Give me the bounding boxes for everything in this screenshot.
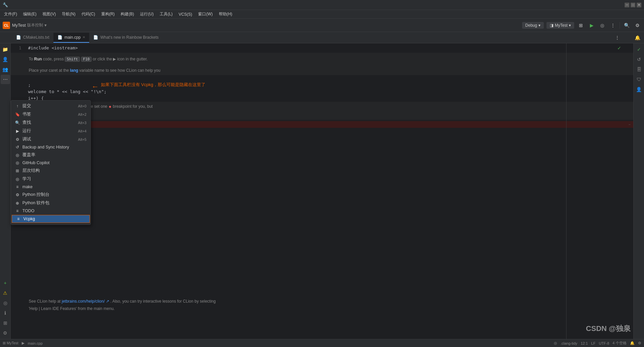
status-notification-icon[interactable]: 🔔	[630, 341, 635, 345]
close-button[interactable]: ✕	[637, 3, 641, 7]
menu-python-console[interactable]: ⚙ Python 控制台	[11, 191, 91, 199]
make-icon: ≡	[15, 185, 20, 189]
debug-config-button[interactable]: Debug ▾	[522, 22, 544, 29]
more-options-button[interactable]: ⋮	[609, 21, 617, 29]
menu-todo[interactable]: ≡ TODO	[11, 207, 91, 215]
sidebar-warning-button[interactable]: ⚠	[1, 288, 10, 298]
vcs-dropdown-icon[interactable]: ▾	[44, 23, 47, 28]
status-clang-tidy[interactable]: .clang-tidy	[560, 341, 577, 345]
status-breadcrumb-file[interactable]: main.cpp	[28, 341, 43, 345]
bookmarks-shortcut: Alt+2	[78, 112, 87, 116]
menu-window[interactable]: 窗口(W)	[195, 11, 215, 18]
clion-help-panel: See CLion help at jetbrains.com/help/cli…	[29, 298, 216, 312]
menu-help[interactable]: 帮助(H)	[216, 11, 235, 18]
menu-run[interactable]: 运行(U)	[137, 11, 156, 18]
search-everywhere-button[interactable]: 🔍	[623, 21, 631, 29]
status-lint-icon: ◎	[554, 341, 557, 345]
menu-learn[interactable]: ◎ 学习	[11, 175, 91, 183]
vcs-label: 版本控制	[27, 22, 43, 28]
sidebar-settings-button[interactable]: ⚙	[1, 328, 10, 338]
menu-vcpkg[interactable]: ≡ Vcpkg	[12, 215, 90, 223]
run-button[interactable]: ▶	[588, 21, 596, 29]
run-config-icon: ◨	[550, 23, 553, 28]
backup-sync-icon: ↺	[15, 145, 20, 149]
right-sync-button[interactable]: ↺	[634, 55, 644, 64]
rainbow-tab-label: What's new in Rainbow Brackets	[100, 35, 158, 40]
menu-make[interactable]: ≡ make	[11, 183, 91, 191]
menu-bar: 文件(F) 编辑(E) 视图(V) 导航(N) 代码(C) 重构(R) 构建(B…	[0, 10, 644, 19]
sidebar-add-button[interactable]: +	[1, 278, 10, 288]
tab-cmake[interactable]: 📄 CMakeLists.txt	[12, 33, 53, 43]
menu-refactor[interactable]: 重构(R)	[99, 11, 118, 18]
coverage-button[interactable]: ◎	[598, 21, 606, 29]
project-selector[interactable]: MyTest 版本控制 ▾	[12, 22, 47, 28]
menu-build[interactable]: 构建(B)	[118, 11, 137, 18]
tab-bar: 📄 CMakeLists.txt 📄 main.cpp ✕ 📄 What's n…	[0, 32, 644, 43]
sidebar-folder-button[interactable]: 📁	[1, 45, 10, 54]
sidebar-more-button[interactable]: ⋯	[1, 75, 10, 84]
sidebar-target-button[interactable]: ◎	[1, 298, 10, 308]
status-project-path[interactable]: ⊞ MyTest	[3, 341, 18, 345]
cmake-reload-button[interactable]: ⊞	[577, 21, 585, 29]
sidebar-group-button[interactable]: 👥	[1, 65, 10, 74]
menu-debug-item[interactable]: ⚙ 调试 Alt+5	[11, 135, 91, 143]
clion-help-link[interactable]: jetbrains.com/help/clion/ ↗	[62, 299, 109, 304]
annotation-arrow: ←	[92, 82, 99, 91]
run-item-shortcut: Alt+4	[78, 129, 87, 133]
sidebar-terminal-button[interactable]: ⊞	[1, 318, 10, 328]
status-line-sep[interactable]: LF	[591, 341, 596, 345]
editor-area[interactable]: ← 如果下面工具栏没有 Vcpkg，那么可能是隐藏在这里了 1 #include…	[11, 43, 633, 339]
run-config-button[interactable]: ◨ MyTest ▾	[546, 22, 574, 29]
status-indent[interactable]: 4 个空格	[613, 341, 627, 346]
lang-highlight: lang	[70, 68, 78, 73]
menu-github-copilot[interactable]: ◎ GitHub Copilot	[11, 159, 91, 166]
menu-python-packages[interactable]: ⊕ Python 软件包	[11, 199, 91, 207]
menu-coverage[interactable]: ◎ 覆盖率	[11, 151, 91, 159]
tab-rainbow[interactable]: 📄 What's new in Rainbow Brackets	[89, 33, 162, 43]
right-db-button[interactable]: 🗄	[634, 65, 644, 74]
todo-label: TODO	[22, 209, 34, 213]
tab-more-button[interactable]: ⋮	[613, 34, 621, 42]
settings-button[interactable]: ⚙	[633, 21, 641, 29]
hierarchy-label: 层次结构	[22, 168, 40, 174]
menu-view[interactable]: 视图(V)	[40, 11, 58, 18]
sidebar-user-button[interactable]: 👤	[1, 55, 10, 64]
status-bar: ⊞ MyTest ▶ main.cpp ◎ .clang-tidy 12:1 L…	[0, 339, 644, 347]
menu-commit[interactable]: ↑ 提交 Alt+0	[11, 102, 91, 110]
right-user-button[interactable]: 👤	[634, 85, 644, 94]
right-shield-button[interactable]: 🛡	[634, 75, 644, 84]
menu-backup-sync[interactable]: ↺ Backup and Sync History	[11, 143, 91, 151]
run-hint-or-text: or click the ▶ icon in the gutter.	[93, 57, 148, 61]
status-extra-icon[interactable]: ⚙	[638, 341, 641, 345]
title-bar-controls[interactable]: ─ □ ✕	[625, 3, 641, 7]
menu-hierarchy[interactable]: ⊞ 层次结构	[11, 166, 91, 175]
menu-vcs[interactable]: VCS(S)	[176, 11, 195, 17]
find-shortcut: Alt+3	[78, 121, 87, 125]
sidebar-info-button[interactable]: ℹ	[1, 308, 10, 318]
menu-bookmarks[interactable]: 🔖 书签 Alt+2	[11, 110, 91, 118]
menu-file[interactable]: 文件(F)	[1, 11, 20, 18]
status-encoding[interactable]: UTF-8	[599, 341, 609, 345]
right-check-button[interactable]: ✓	[634, 45, 644, 54]
tab-main-cpp[interactable]: 📄 main.cpp ✕	[53, 33, 90, 43]
todo-icon: ≡	[15, 209, 20, 213]
find-icon: 🔍	[15, 120, 20, 125]
caret-hint-text: Place your caret at the	[29, 68, 70, 73]
notifications-button[interactable]: 🔔	[633, 34, 641, 42]
caret-hint-text2: variable name to see how CLion can help …	[79, 68, 160, 73]
debug-item-shortcut: Alt+5	[78, 137, 87, 141]
menu-run-item[interactable]: ▶ 运行 Alt+4	[11, 127, 91, 135]
menu-find[interactable]: 🔍 查找 Alt+3	[11, 118, 91, 127]
menu-edit[interactable]: 编辑(E)	[20, 11, 39, 18]
left-sidebar: 📁 👤 👥 ⋯ + ⚠ ◎ ℹ ⊞ ⚙	[0, 43, 11, 339]
menu-code[interactable]: 代码(C)	[79, 11, 98, 18]
menu-navigate[interactable]: 导航(N)	[59, 11, 78, 18]
minimize-button[interactable]: ─	[625, 3, 629, 7]
code-line-10: i++) {	[11, 95, 633, 102]
menu-tools[interactable]: 工具(L)	[157, 11, 175, 18]
maximize-button[interactable]: □	[631, 3, 635, 7]
coverage-icon: ◎	[15, 153, 20, 157]
title-bar-left: 🔧	[3, 2, 8, 7]
debug-hint-more-panel: ore by pressing Ctrl F8	[11, 111, 633, 120]
main-tab-close[interactable]: ✕	[83, 35, 85, 39]
